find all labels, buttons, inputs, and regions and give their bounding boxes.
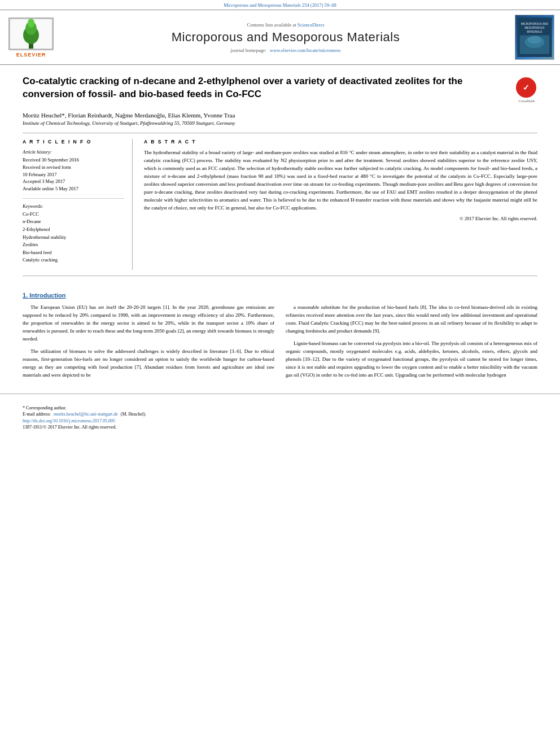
journal-citation: Microporous and Mesoporous Materials 254… — [0, 0, 560, 10]
body-content: 1. Introduction The European Union (EU) … — [0, 282, 560, 383]
authors-names: Moritz Heuchel*, Florian Reinhardt, Nağm… — [23, 112, 537, 119]
divider-2 — [23, 276, 537, 276]
history-title: Article history: — [23, 149, 124, 155]
email-label: E-mail address: — [23, 412, 51, 417]
svg-text:MICROPOROUS AND: MICROPOROUS AND — [521, 23, 549, 25]
intro-para-1: The European Union (EU) has set itself t… — [23, 303, 274, 343]
elsevier-logo-image — [8, 18, 54, 50]
available-online: Available online 5 May 2017 — [23, 185, 124, 193]
keywords-block: Keywords: Co-FCC n-Decane 2-Ethylphenol … — [23, 203, 124, 264]
divider-1 — [23, 133, 537, 133]
article-title-section: Co-catalytic cracking of n-decane and 2-… — [0, 65, 560, 108]
info-divider — [23, 198, 124, 199]
contents-available-line: Contents lists available at ScienceDirec… — [61, 22, 510, 28]
crossmark-label: CrossMark — [516, 99, 537, 103]
journal-thumbnail: MICROPOROUS AND MESOPOROUS MATERIALS — [515, 15, 554, 60]
svg-text:MATERIALS: MATERIALS — [527, 30, 542, 33]
article-title-container: Co-catalytic cracking of n-decane and 2-… — [23, 75, 510, 101]
keywords-title: Keywords: — [23, 203, 124, 209]
svg-point-3 — [28, 19, 34, 28]
keyword-3: 2-Ethylphenol — [23, 226, 124, 234]
intro-para-4: Lignin-based biomass can be converted vi… — [286, 339, 537, 379]
intro-right-col: a reasonable substitute for the producti… — [286, 303, 537, 383]
keyword-4: Hydrothermal stability — [23, 234, 124, 242]
article-title: Co-catalytic cracking of n-decane and 2-… — [23, 75, 510, 101]
authors-affiliation: Institute of Chemical Technology, Univer… — [23, 120, 537, 126]
keyword-2: n-Decane — [23, 218, 124, 226]
keyword-5: Zeolites — [23, 241, 124, 249]
journal-header: ELSEVIER Contents lists available at Sci… — [0, 10, 560, 65]
abstract-label: A B S T R A C T — [144, 139, 537, 145]
abstract-col: A B S T R A C T The hydrothermal stabili… — [144, 139, 537, 270]
revised-form-label: Received in revised form — [23, 164, 124, 171]
abstract-copyright: © 2017 Elsevier Inc. All rights reserved… — [144, 216, 537, 221]
homepage-line: journal homepage: www.elsevier.com/locat… — [61, 47, 510, 53]
revised-date: 10 February 2017 — [23, 171, 124, 178]
citation-text: Microporous and Mesoporous Materials 254… — [224, 2, 336, 8]
article-info-label: A R T I C L E I N F O — [23, 139, 124, 145]
corresponding-note: * Corresponding author. — [23, 405, 537, 410]
elsevier-label: ELSEVIER — [16, 52, 46, 58]
keyword-7: Catalytic cracking — [23, 256, 124, 264]
elsevier-logo: ELSEVIER — [6, 18, 56, 58]
keyword-6: Bio-based feed — [23, 249, 124, 257]
authors-section: Moritz Heuchel*, Florian Reinhardt, Nağm… — [0, 108, 560, 127]
keyword-1: Co-FCC — [23, 211, 124, 219]
intro-para-2: The utilization of biomass to solve the … — [23, 347, 274, 379]
section-title: Introduction — [29, 292, 65, 299]
email-address[interactable]: moritz.heuchel@itc.uni-stuttgart.de — [54, 412, 118, 417]
crossmark-badge-container[interactable]: CrossMark — [516, 77, 537, 103]
accepted-date: Accepted 3 May 2017 — [23, 178, 124, 185]
abstract-text: The hydrothermal stability of a broad va… — [144, 149, 537, 212]
intro-left-col: The European Union (EU) has set itself t… — [23, 303, 274, 383]
intro-body-cols: The European Union (EU) has set itself t… — [23, 303, 537, 383]
section-number: 1. — [23, 292, 29, 299]
sciencedirect-link[interactable]: ScienceDirect — [298, 22, 325, 28]
article-info-col: A R T I C L E I N F O Article history: R… — [23, 139, 133, 270]
intro-heading: 1. Introduction — [23, 292, 537, 299]
svg-point-11 — [528, 36, 542, 43]
email-suffix: (M. Heuchel). — [121, 412, 146, 417]
journal-info: Contents lists available at ScienceDirec… — [61, 22, 510, 53]
doi-line[interactable]: http://dx.doi.org/10.1016/j.micromeso.20… — [23, 418, 537, 423]
crossmark-icon[interactable] — [516, 77, 536, 98]
received-date: Received 30 September 2016 — [23, 156, 124, 164]
intro-para-3: a reasonable substitute for the producti… — [286, 303, 537, 335]
doi-link[interactable]: http://dx.doi.org/10.1016/j.micromeso.20… — [23, 418, 115, 423]
svg-text:MESOPOROUS: MESOPOROUS — [525, 27, 545, 29]
article-history-block: Article history: Received 30 September 2… — [23, 149, 124, 193]
journal-title: Microporous and Mesoporous Materials — [61, 30, 510, 45]
info-abstract-section: A R T I C L E I N F O Article history: R… — [0, 139, 560, 270]
issn-line: 1387-1811/© 2017 Elsevier Inc. All right… — [23, 425, 537, 430]
email-line: E-mail address: moritz.heuchel@itc.uni-s… — [23, 412, 537, 417]
homepage-link[interactable]: www.elsevier.com/locate/micromeso — [270, 47, 341, 53]
footer: * Corresponding author. E-mail address: … — [0, 394, 560, 434]
